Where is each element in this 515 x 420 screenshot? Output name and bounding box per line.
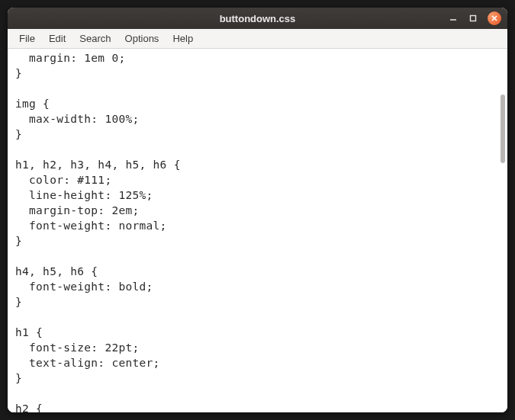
minimize-icon [449,14,457,22]
scrollbar-thumb[interactable] [501,95,505,163]
close-button[interactable] [488,11,501,25]
window-controls [448,8,501,29]
content-area: margin: 1em 0; } img { max-width: 100%; … [8,49,507,412]
menu-edit[interactable]: Edit [42,30,72,46]
menubar: File Edit Search Options Help [8,29,507,49]
svg-rect-1 [471,16,476,21]
editor-content[interactable]: margin: 1em 0; } img { max-width: 100%; … [8,49,498,412]
maximize-icon [469,14,477,22]
maximize-button[interactable] [468,13,478,24]
minimize-button[interactable] [448,13,459,24]
close-icon [491,14,498,22]
menu-options[interactable]: Options [118,30,166,46]
text-editor[interactable]: margin: 1em 0; } img { max-width: 100%; … [8,49,498,412]
titlebar: buttondown.css [8,8,507,29]
menu-file[interactable]: File [12,30,42,46]
scrollbar-track[interactable] [498,49,507,412]
menu-help[interactable]: Help [166,30,200,46]
menu-search[interactable]: Search [72,30,117,46]
window-title: buttondown.css [8,13,507,24]
editor-window: buttondown.css File Edit Search [8,8,507,412]
